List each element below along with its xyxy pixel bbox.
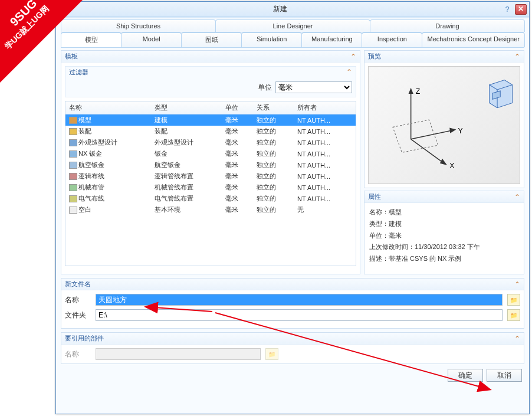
column-header[interactable]: 关系 (253, 101, 294, 114)
watermark-text2: 学UG就上UG网 (0, 0, 64, 65)
refpart-name-label: 名称 (65, 349, 91, 359)
name-label: 名称 (65, 295, 91, 305)
prop-modified: 上次修改时间：11/30/2012 03:32 下午 (369, 241, 519, 253)
table-row[interactable]: 机械布管机械管线布置毫米独立的NT AUTH... (65, 182, 356, 193)
tab-manufacturing[interactable]: Manufacturing (301, 32, 362, 47)
svg-marker-1 (409, 88, 413, 94)
table-row[interactable]: 模型建模毫米独立的NT AUTH... (65, 114, 356, 126)
table-row[interactable]: 电气布线电气管线布置毫米独立的NT AUTH... (65, 193, 356, 204)
model-icon (69, 117, 77, 124)
help-button[interactable]: ? (502, 4, 513, 15)
column-header[interactable]: 名称 (65, 101, 151, 114)
column-header[interactable]: 类型 (151, 101, 222, 114)
shape-icon (69, 139, 77, 146)
svg-marker-7 (440, 159, 447, 165)
axes-icon: Z Y X (393, 87, 463, 170)
column-header[interactable]: 单位 (222, 101, 252, 114)
table-row[interactable]: NX 钣金钣金毫米独立的NT AUTH... (65, 148, 356, 159)
newfile-header: 新文件名 (65, 280, 514, 289)
cancel-button[interactable]: 取消 (487, 369, 522, 382)
filter-header: 过滤器 (69, 68, 346, 77)
browse-refpart-button[interactable]: 📁 (265, 348, 278, 360)
dialog-window: 新建 ? ✕ Ship Structures Line Designer Dra… (55, 1, 530, 414)
collapse-icon[interactable]: ⌃ (350, 53, 356, 61)
tabs-row-1: Ship Structures Line Designer Drawing (61, 19, 524, 32)
preview-section: 预览 ⌃ Z Y (364, 50, 524, 188)
svg-line-6 (411, 139, 444, 163)
svg-text:Z: Z (416, 87, 421, 96)
filter-section: 过滤器 ⌃ 单位 毫米 (65, 66, 356, 97)
table-row[interactable]: 外观造型设计外观造型设计毫米独立的NT AUTH... (65, 137, 356, 148)
collapse-icon[interactable]: ⌃ (514, 53, 520, 61)
tab-ship-structures[interactable]: Ship Structures (61, 19, 216, 32)
newfile-section: 新文件名 ⌃ 名称 📁 文件夹 📁 (61, 278, 524, 329)
watermark-text1: 9SUG (0, 0, 62, 51)
folder-icon: 📁 (510, 297, 517, 303)
properties-header: 属性 (368, 192, 514, 201)
collapse-icon[interactable]: ⌃ (514, 193, 520, 201)
folder-icon: 📁 (268, 351, 275, 358)
table-row[interactable]: 空白基本环境毫米独立的无 (65, 204, 356, 215)
preview-canvas: Z Y X (368, 66, 520, 184)
templates-header: 模板 (65, 52, 350, 61)
collapse-icon[interactable]: ⌃ (346, 68, 352, 77)
table-row[interactable]: 装配装配毫米独立的NT AUTH... (65, 126, 356, 137)
window-title: 新建 (58, 4, 502, 14)
refpart-name-input (96, 348, 261, 360)
tab-mechatronics[interactable]: Mechatronics Concept Designer (422, 32, 525, 47)
tab-inspection[interactable]: Inspection (362, 32, 422, 47)
properties-section: 属性 ⌃ 名称：模型 类型：建模 单位：毫米 上次修改时间：11/30/2012… (364, 191, 524, 274)
svg-marker-4 (449, 127, 456, 133)
collapse-icon[interactable]: ⌃ (514, 280, 520, 289)
prop-desc: 描述：带基准 CSYS 的 NX 示例 (369, 253, 519, 265)
tab-line-designer[interactable]: Line Designer (215, 19, 370, 32)
browse-name-button[interactable]: 📁 (507, 294, 520, 306)
templates-table[interactable]: 名称类型单位关系所有者 模型建模毫米独立的NT AUTH...装配装配毫米独立的… (65, 101, 356, 215)
folder-label: 文件夹 (65, 310, 91, 320)
name-input[interactable] (96, 294, 503, 306)
tab-simulation[interactable]: Simulation (241, 32, 302, 47)
tab-drawing[interactable]: Drawing (370, 19, 525, 32)
preview-header: 预览 (368, 52, 514, 61)
tab-drawing-cn[interactable]: 图纸 (181, 32, 242, 47)
tabs-row-2: 模型 Model 图纸 Simulation Manufacturing Ins… (61, 32, 524, 48)
cube-icon (490, 80, 513, 108)
table-row[interactable]: 逻辑布线逻辑管线布置毫米独立的NT AUTH... (65, 171, 356, 182)
elec-icon (69, 195, 77, 202)
prop-unit: 单位：毫米 (369, 230, 519, 242)
unit-select[interactable]: 毫米 (275, 81, 352, 93)
ok-button[interactable]: 确定 (448, 369, 483, 382)
sheet-icon (69, 150, 77, 158)
unit-label: 单位 (258, 83, 272, 93)
assembly-icon (69, 128, 77, 135)
logic-icon (69, 173, 77, 180)
svg-text:Y: Y (458, 127, 463, 135)
folder-icon: 📁 (510, 312, 517, 319)
table-row[interactable]: 航空钣金航空钣金毫米独立的NT AUTH... (65, 159, 356, 171)
collapse-icon[interactable]: ⌃ (514, 335, 520, 343)
folder-input[interactable] (96, 309, 503, 321)
titlebar: 新建 ? ✕ (56, 2, 529, 17)
tab-model[interactable]: Model (121, 32, 182, 47)
blank-icon (69, 207, 77, 214)
close-button[interactable]: ✕ (515, 4, 527, 15)
templates-section: 模板 ⌃ 过滤器 ⌃ 单位 毫米 (61, 50, 360, 274)
svg-text:X: X (449, 162, 454, 170)
refpart-header: 要引用的部件 (65, 334, 514, 343)
svg-line-3 (411, 130, 454, 139)
prop-type: 类型：建模 (369, 218, 519, 230)
column-header[interactable]: 所有者 (294, 101, 356, 114)
tab-model-cn[interactable]: 模型 (61, 32, 121, 47)
browse-folder-button[interactable]: 📁 (507, 309, 520, 321)
refpart-section: 要引用的部件 ⌃ 名称 📁 (61, 332, 524, 364)
aero-icon (69, 162, 77, 169)
mech-icon (69, 184, 77, 191)
prop-name: 名称：模型 (369, 207, 519, 218)
